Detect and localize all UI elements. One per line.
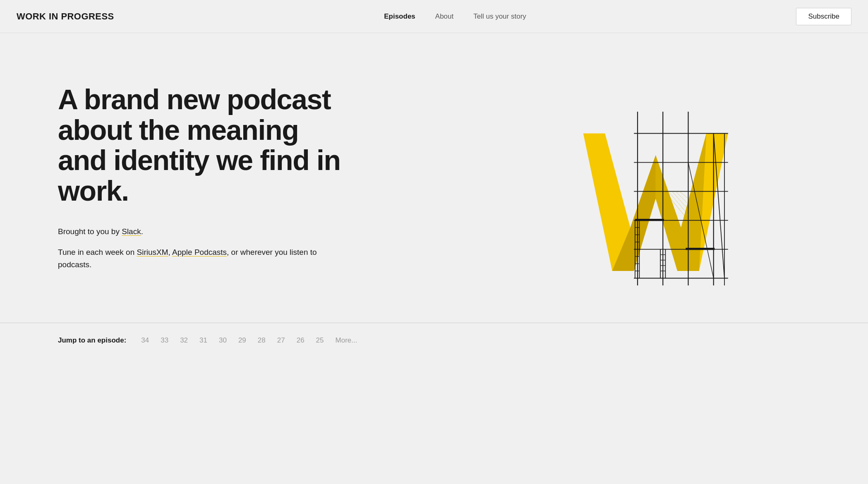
hero-headline: A brand new podcast about the meaning an… xyxy=(58,84,348,206)
episode-28[interactable]: 28 xyxy=(258,336,266,345)
siriusxm-link[interactable]: SiriusXM xyxy=(137,248,168,256)
subscribe-button[interactable]: Subscribe xyxy=(796,8,851,25)
svg-line-35 xyxy=(679,192,688,199)
svg-rect-38 xyxy=(635,219,664,221)
svg-line-33 xyxy=(672,192,688,210)
platforms-prefix: Tune in each week on xyxy=(58,248,137,256)
apple-podcasts-link[interactable]: Apple Podcasts xyxy=(172,248,227,256)
tagline-prefix: Brought to you by xyxy=(58,227,122,236)
slack-link[interactable]: Slack xyxy=(122,227,141,236)
w-letter-group xyxy=(583,134,728,271)
hero-platforms: Tune in each week on SiriusXM, Apple Pod… xyxy=(58,246,348,271)
site-header: WORK IN PROGRESS Episodes About Tell us … xyxy=(0,0,868,33)
episode-26[interactable]: 26 xyxy=(297,336,305,345)
nav-tell-story[interactable]: Tell us your story xyxy=(473,12,526,21)
episode-27[interactable]: 27 xyxy=(277,336,285,345)
svg-rect-39 xyxy=(686,248,715,250)
episode-25[interactable]: 25 xyxy=(316,336,324,345)
episode-33[interactable]: 33 xyxy=(161,336,168,345)
nav-episodes[interactable]: Episodes xyxy=(384,12,415,21)
episode-nav-label: Jump to an episode: xyxy=(58,336,126,345)
hero-illustration xyxy=(494,70,810,285)
hero-section: A brand new podcast about the meaning an… xyxy=(0,33,868,323)
episode-29[interactable]: 29 xyxy=(238,336,246,345)
main-nav: Episodes About Tell us your story xyxy=(114,12,796,21)
episode-32[interactable]: 32 xyxy=(180,336,188,345)
more-episodes-link[interactable]: More... xyxy=(336,336,357,345)
hero-tagline: Brought to you by Slack. xyxy=(58,226,348,238)
episode-34[interactable]: 34 xyxy=(141,336,149,345)
episode-30[interactable]: 30 xyxy=(219,336,227,345)
site-title: WORK IN PROGRESS xyxy=(17,11,114,22)
header-actions: Subscribe xyxy=(796,8,851,25)
svg-marker-0 xyxy=(583,134,728,271)
logo-area[interactable]: WORK IN PROGRESS xyxy=(17,11,114,22)
episode-nav: Jump to an episode: 34 33 32 31 30 29 28… xyxy=(0,323,868,358)
hero-content: A brand new podcast about the meaning an… xyxy=(58,84,348,271)
episode-31[interactable]: 31 xyxy=(199,336,207,345)
nav-about[interactable]: About xyxy=(435,12,453,21)
w-logo-svg xyxy=(565,112,739,285)
